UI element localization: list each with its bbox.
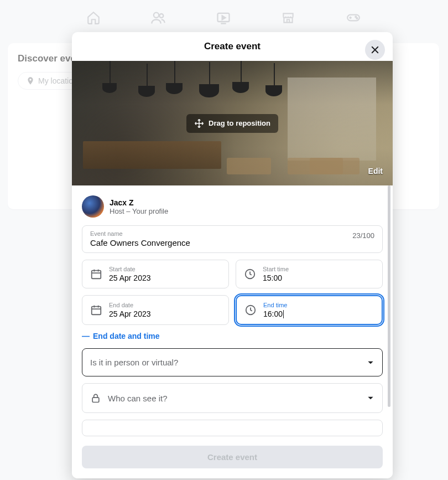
visibility-select[interactable]: Who can see it? (82, 383, 383, 413)
end-time-field[interactable]: End time 16:00 (236, 295, 383, 325)
drag-reposition-pill[interactable]: Drag to reposition (186, 114, 278, 133)
create-event-modal: Create event Drag to reposition Edit Jac… (72, 32, 393, 478)
modal-header: Create event (72, 32, 393, 61)
end-date-field[interactable]: End date 25 Apr 2023 (82, 295, 229, 325)
scrollbar-thumb[interactable] (388, 185, 390, 407)
visibility-prompt: Who can see it? (108, 394, 168, 403)
reposition-label: Drag to reposition (209, 119, 270, 127)
move-icon (194, 118, 204, 128)
modal-footer: Create event (72, 438, 393, 478)
cover-image[interactable]: Drag to reposition Edit (72, 61, 393, 185)
modal-title: Create event (204, 41, 261, 52)
host-name: Jacx Z (110, 198, 168, 207)
clock-icon (244, 304, 257, 316)
end-date-time-toggle[interactable]: — End date and time (82, 332, 383, 340)
svg-rect-10 (92, 398, 99, 402)
clock-icon (244, 268, 256, 280)
event-name-count: 23/100 (352, 231, 374, 240)
start-time-value: 15:00 (263, 273, 374, 282)
additional-field[interactable] (82, 420, 383, 436)
start-time-label: Start time (263, 266, 374, 272)
lock-icon (90, 393, 101, 404)
start-time-field[interactable]: Start time 15:00 (236, 260, 383, 288)
end-time-label: End time (263, 302, 374, 308)
start-date-label: Start date (109, 266, 221, 272)
scrollbar[interactable] (388, 185, 390, 438)
avatar (82, 195, 104, 218)
svg-rect-6 (92, 271, 101, 279)
event-name-label: Event name (90, 230, 374, 237)
start-date-value: 25 Apr 2023 (109, 273, 221, 282)
modal-body: Jacx Z Host – Your profile Event name 23… (72, 185, 393, 438)
edit-cover-button[interactable]: Edit (368, 167, 383, 176)
close-icon (370, 45, 380, 55)
end-time-value: 16:00 (263, 309, 374, 318)
start-date-field[interactable]: Start date 25 Apr 2023 (82, 260, 229, 288)
create-event-button[interactable]: Create event (82, 446, 383, 468)
event-name-input[interactable] (90, 238, 374, 247)
host-row: Jacx Z Host – Your profile (82, 193, 383, 225)
minus-icon: — (82, 332, 90, 340)
chevron-down-icon (367, 359, 374, 367)
calendar-icon (90, 304, 102, 316)
event-name-field[interactable]: Event name 23/100 (82, 225, 383, 253)
close-button[interactable] (365, 40, 385, 60)
end-date-label: End date (109, 302, 221, 308)
end-date-time-label: End date and time (93, 332, 160, 340)
location-type-select[interactable]: Is it in person or virtual? (82, 348, 383, 376)
location-type-prompt: Is it in person or virtual? (90, 358, 178, 367)
calendar-icon (90, 268, 102, 280)
svg-rect-8 (92, 307, 101, 315)
chevron-down-icon (367, 394, 374, 402)
end-date-value: 25 Apr 2023 (109, 309, 221, 318)
host-subtitle: Host – Your profile (110, 207, 168, 215)
